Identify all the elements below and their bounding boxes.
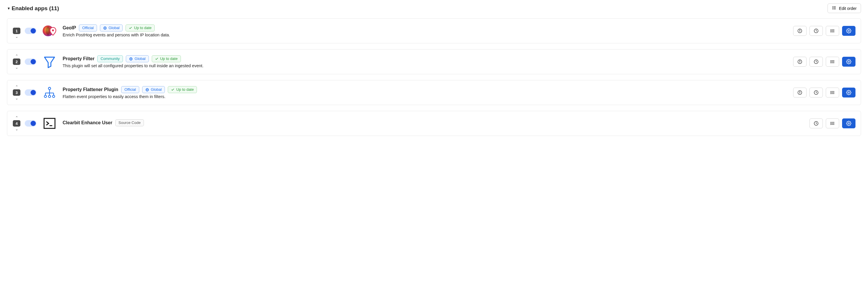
gear-button[interactable] [842,26,856,36]
svg-rect-59 [44,119,55,128]
info-button[interactable] [793,88,807,97]
app-title: Property Filter [63,56,94,61]
enable-toggle[interactable] [25,28,36,34]
uptodate-tag: Up to date [152,55,181,62]
svg-point-27 [800,61,800,61]
terminal-icon [42,116,57,131]
list-button[interactable] [826,57,839,67]
app-description: This plugin will set all configured prop… [63,63,793,68]
official-tag: Official [121,86,139,93]
svg-point-43 [48,95,51,97]
order-badge: 4 [13,120,21,127]
move-down-button[interactable]: ⌄ [15,65,18,70]
svg-point-4 [833,7,833,8]
svg-point-65 [831,122,831,123]
svg-point-58 [848,92,850,93]
clock-button[interactable] [809,119,823,128]
move-up-button[interactable]: ⌃ [15,54,18,59]
list-button[interactable] [826,119,839,128]
move-down-button[interactable]: ⌄ [15,127,18,132]
edit-order-label: Edit order [839,6,857,11]
svg-point-50 [800,91,800,92]
svg-point-21 [848,30,850,32]
edit-order-button[interactable]: Edit order [828,3,861,13]
enable-toggle[interactable] [25,89,36,96]
svg-point-36 [48,87,51,90]
list-button[interactable] [826,88,839,97]
svg-point-35 [848,61,850,63]
svg-point-44 [53,95,55,97]
svg-point-55 [831,91,831,92]
geoip-icon [42,23,57,39]
app-description: Flatten event properties to easily acces… [63,94,793,99]
svg-point-18 [831,30,831,30]
global-tag: Global [126,55,149,62]
community-tag: Community [97,55,123,62]
svg-point-3 [833,6,833,7]
flatten-icon [42,85,57,100]
app-row: ⌃ 1 ⌄ GeoIP OfficialGlobalUp to date [7,18,861,43]
clock-button[interactable] [809,26,823,36]
global-tag: Global [100,25,123,31]
svg-point-7 [52,29,54,31]
list-button[interactable] [826,26,839,36]
app-row: ⌃ 2 ⌄ Property Filter CommunityGlobalUp … [7,49,861,74]
svg-point-68 [848,123,850,124]
order-badge: 1 [13,28,21,34]
gear-button[interactable] [842,119,856,128]
uptodate-tag: Up to date [168,86,197,93]
app-row: ⌃ 3 ⌄ Property Flattener Plugin Official… [7,80,861,105]
svg-point-20 [831,32,831,32]
move-up-button[interactable]: ⌃ [15,115,18,120]
enable-toggle[interactable] [25,120,36,127]
app-row: ⌃ 4 ⌄ Clearbit Enhance User Source Code [7,111,861,136]
gear-button[interactable] [842,57,856,67]
svg-point-5 [833,9,833,9]
move-down-button[interactable]: ⌄ [15,96,18,101]
svg-point-57 [831,93,831,94]
move-up-button[interactable]: ⌃ [15,85,18,89]
order-badge: 2 [13,59,21,65]
section-title-text: Enabled apps (11) [12,5,59,12]
list-icon [832,5,837,11]
info-button[interactable] [793,26,807,36]
section-header[interactable]: ▼ Enabled apps (11) [7,5,59,12]
official-tag: Official [79,25,97,31]
caret-down-icon: ▼ [7,6,10,10]
svg-point-32 [831,61,831,61]
gear-button[interactable] [842,88,856,97]
source-code-tag: Source Code [115,119,144,126]
svg-point-13 [800,30,800,30]
svg-point-34 [831,63,831,63]
clock-button[interactable] [809,88,823,97]
svg-point-19 [831,31,831,31]
move-down-button[interactable]: ⌄ [15,34,18,39]
app-title: Clearbit Enhance User [63,120,113,125]
uptodate-tag: Up to date [126,25,155,31]
app-title: GeoIP [63,25,76,31]
svg-point-42 [44,95,46,97]
order-badge: 3 [13,89,21,96]
app-description: Enrich PostHog events and persons with I… [63,33,793,37]
svg-point-56 [831,92,831,93]
enable-toggle[interactable] [25,59,36,65]
info-button[interactable] [793,57,807,67]
svg-point-33 [831,61,831,62]
svg-point-67 [831,124,831,125]
funnel-icon [42,54,57,69]
global-tag: Global [142,86,165,93]
svg-point-66 [831,123,831,124]
app-title: Property Flattener Plugin [63,87,118,92]
clock-button[interactable] [809,57,823,67]
